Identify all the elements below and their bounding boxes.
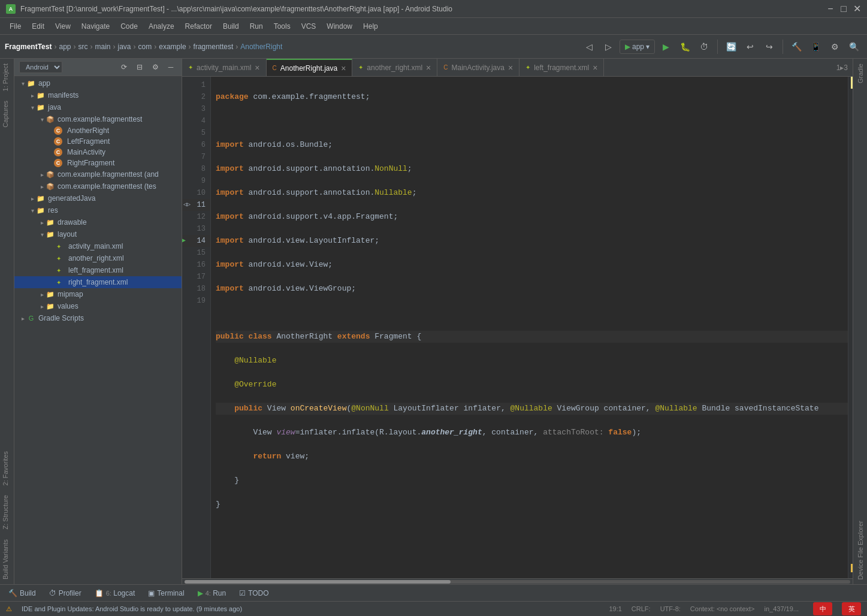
tab-close-mainactivity[interactable]: × — [508, 64, 513, 72]
tab-activity-main-xml[interactable]: ✦ activity_main.xml × — [182, 59, 267, 76]
collapse-all-icon[interactable]: ⊟ — [134, 61, 146, 73]
build-button[interactable]: 🔨 — [788, 38, 805, 55]
tree-item-mainactivity[interactable]: C MainActivity — [14, 147, 182, 158]
minimap-scrollbar[interactable] — [848, 77, 853, 578]
breadcrumb-project[interactable]: FragmentTest — [5, 43, 52, 51]
sdk-button[interactable]: ⚙ — [826, 38, 843, 55]
profile-button[interactable]: ⏱ — [696, 38, 712, 55]
tree-arrow[interactable]: ▸ — [38, 219, 46, 226]
sidebar-item-gradle[interactable]: Gradle — [855, 59, 866, 88]
menu-file[interactable]: File — [5, 20, 26, 32]
tree-item-leftfragment[interactable]: C LeftFragment — [14, 136, 182, 147]
tree-item-rightfragment[interactable]: C RightFragment — [14, 158, 182, 168]
close-button[interactable]: ✕ — [853, 5, 861, 13]
tree-arrow[interactable]: ▸ — [19, 315, 26, 322]
tree-item-app[interactable]: ▾ 📁 app — [14, 77, 182, 89]
tool-tab-logcat[interactable]: 📋 6: Logcat — [89, 587, 141, 600]
sidebar-item-device-file-explorer[interactable]: Device File Explorer — [855, 516, 866, 584]
avd-button[interactable]: 📱 — [807, 38, 824, 55]
minimize-panel-icon[interactable]: ─ — [165, 61, 177, 73]
breadcrumb-fragmenttest[interactable]: fragmenttest — [194, 43, 234, 51]
tree-item-layout[interactable]: ▾ 📁 layout — [14, 228, 182, 240]
tree-item-gradle-scripts[interactable]: ▸ G Gradle Scripts — [14, 312, 182, 324]
menu-help[interactable]: Help — [358, 20, 383, 32]
window-controls[interactable]: − □ ✕ — [826, 5, 861, 13]
tab-close-left-fragment[interactable]: × — [593, 64, 597, 72]
menu-view[interactable]: View — [50, 20, 75, 32]
tool-tab-run[interactable]: ▶ 4: Run — [192, 587, 232, 600]
tree-arrow[interactable]: ▸ — [38, 183, 46, 190]
menu-edit[interactable]: Edit — [27, 20, 49, 32]
menu-analyze[interactable]: Analyze — [144, 20, 179, 32]
tab-close-anotherright[interactable]: × — [341, 64, 346, 73]
menu-navigate[interactable]: Navigate — [77, 20, 114, 32]
ime-indicator[interactable]: 中 — [813, 602, 832, 615]
run-button[interactable]: ▶ — [657, 38, 674, 55]
tree-arrow[interactable]: ▾ — [29, 104, 36, 111]
tab-another-right-xml[interactable]: ✦ another_right.xml × — [352, 59, 437, 76]
tree-arrow[interactable]: ▾ — [19, 80, 26, 87]
tree-item-manifests[interactable]: ▸ 📁 manifests — [14, 89, 182, 101]
tree-item-drawable[interactable]: ▸ 📁 drawable — [14, 216, 182, 228]
tree-item-package-and[interactable]: ▸ 📦 com.example.fragmenttest (and — [14, 168, 182, 180]
breadcrumb-java[interactable]: java — [118, 43, 131, 51]
menu-build[interactable]: Build — [218, 20, 244, 32]
horizontal-scrollbar[interactable] — [182, 578, 853, 584]
tab-close-another-right[interactable]: × — [426, 64, 431, 72]
breadcrumb-main[interactable]: main — [95, 43, 111, 51]
tree-item-java[interactable]: ▾ 📁 java — [14, 101, 182, 113]
menu-vcs[interactable]: VCS — [297, 20, 321, 32]
breadcrumb-class[interactable]: AnotherRight — [240, 43, 282, 51]
tree-item-package-tes[interactable]: ▸ 📦 com.example.fragmenttest (tes — [14, 180, 182, 192]
debug-button[interactable]: 🐛 — [676, 38, 693, 55]
tree-item-values[interactable]: ▸ 📁 values — [14, 300, 182, 312]
search-everywhere-button[interactable]: 🔍 — [845, 38, 862, 55]
forward-button[interactable]: ▷ — [600, 38, 617, 55]
tree-arrow[interactable]: ▸ — [38, 291, 46, 298]
tab-overflow[interactable]: 1▸3 — [832, 59, 853, 76]
tree-arrow[interactable]: ▸ — [38, 171, 46, 178]
breadcrumb-app[interactable]: app — [59, 43, 71, 51]
redo-button[interactable]: ↪ — [761, 38, 778, 55]
breadcrumb-example[interactable]: example — [159, 43, 186, 51]
sync-gradle-button[interactable]: 🔄 — [723, 38, 739, 55]
tab-anotherright-java[interactable]: C AnotherRight.java × — [267, 59, 353, 76]
code-editor[interactable]: 1 2 3 4 5 6 7 8 9 10 11 ◁▷ 12 13 14 ▶ 15… — [182, 77, 848, 578]
run-config-dropdown[interactable]: ▶ app ▾ — [620, 40, 655, 54]
tree-item-generatedjava[interactable]: ▸ 📁 generatedJava — [14, 192, 182, 204]
breadcrumb-src[interactable]: src — [78, 43, 88, 51]
tree-arrow[interactable]: ▾ — [29, 207, 36, 214]
maximize-button[interactable]: □ — [839, 5, 848, 13]
tab-mainactivity-java[interactable]: C MainActivity.java × — [437, 59, 519, 76]
code-content[interactable]: package com.example.fragmenttest; import… — [211, 77, 848, 578]
tool-tab-todo[interactable]: ☑ TODO — [233, 587, 274, 600]
sidebar-item-captures[interactable]: Captures — [0, 96, 14, 132]
ime-indicator2[interactable]: 英 — [842, 602, 861, 615]
tree-arrow[interactable]: ▸ — [38, 303, 46, 310]
tab-left-fragment-xml[interactable]: ✦ left_fragment.xml × — [519, 59, 604, 76]
sidebar-item-favorites[interactable]: 2: Favorites — [0, 446, 14, 490]
tool-tab-build[interactable]: 🔨 Build — [2, 587, 42, 600]
tree-arrow[interactable]: ▸ — [29, 195, 36, 202]
gear-icon[interactable]: ⚙ — [149, 61, 161, 73]
tree-arrow[interactable]: ▾ — [38, 116, 46, 123]
tree-item-anotherright[interactable]: C AnotherRight — [14, 125, 182, 136]
sidebar-item-structure[interactable]: Z: Structure — [0, 490, 14, 534]
menu-run[interactable]: Run — [245, 20, 268, 32]
tree-item-right-fragment-xml[interactable]: ✦ right_fragment.xml — [14, 276, 182, 288]
menu-code[interactable]: Code — [116, 20, 143, 32]
project-view-select[interactable]: Android — [19, 61, 62, 73]
tree-item-activity-main-xml[interactable]: ✦ activity_main.xml — [14, 240, 182, 252]
tree-item-mipmap[interactable]: ▸ 📁 mipmap — [14, 288, 182, 300]
menu-refactor[interactable]: Refactor — [180, 20, 217, 32]
tree-item-left-fragment-xml[interactable]: ✦ left_fragment.xml — [14, 264, 182, 276]
sync-icon[interactable]: ⟳ — [118, 61, 130, 73]
undo-button[interactable]: ↩ — [742, 38, 759, 55]
tab-close-activity-main[interactable]: × — [255, 64, 259, 72]
tree-arrow[interactable]: ▸ — [29, 92, 36, 99]
tree-item-another-right-xml[interactable]: ✦ another_right.xml — [14, 252, 182, 264]
tree-arrow[interactable]: ▾ — [38, 231, 46, 238]
breadcrumb-com[interactable]: com — [138, 43, 152, 51]
tool-tab-profiler[interactable]: ⏱ Profiler — [43, 587, 87, 600]
minimize-button[interactable]: − — [826, 5, 835, 13]
